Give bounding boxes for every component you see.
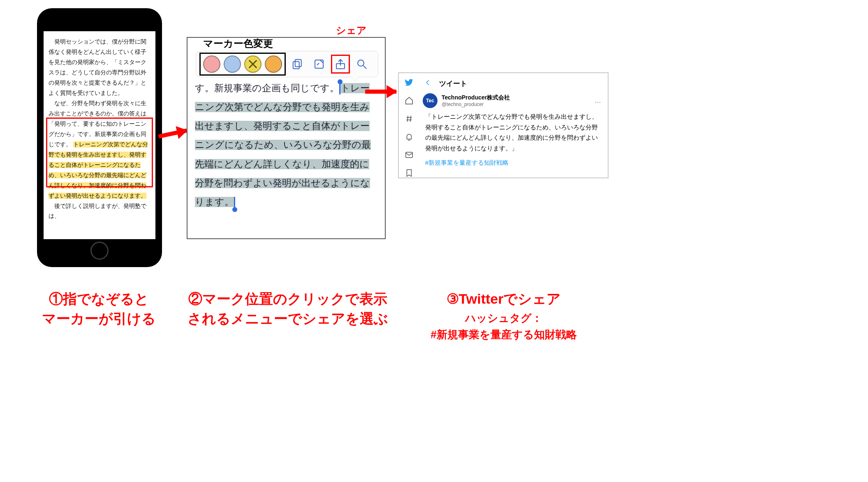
reader-pretext: す。新規事業の企画も同じです。 xyxy=(195,83,339,93)
home-button[interactable] xyxy=(90,242,109,260)
annotation-label-share: シェア xyxy=(336,24,367,37)
home-icon[interactable] xyxy=(405,96,414,105)
caption-step-1: ①指でなぞるとマーカーが引ける xyxy=(21,289,177,328)
ebook-screen[interactable]: 発明セッションでは、僕が分野に関係なく発明をどんどん出していく様子を見た他の発明… xyxy=(44,31,155,239)
ebook-paragraph-1: 発明セッションでは、僕が分野に関係なく発明をどんどん出していく様子を見た他の発明… xyxy=(49,37,150,99)
color-pink[interactable] xyxy=(203,55,220,73)
share-icon[interactable] xyxy=(331,55,350,74)
svg-rect-1 xyxy=(293,62,299,69)
caption-step-3: ③Twitterでシェア ハッシュタグ： #新規事業を量産する知財戦略 xyxy=(407,289,600,342)
reader-popup: シェア マーカー色変更 す。新規事業の企画も同じです xyxy=(187,37,386,239)
tweet-hashtag[interactable]: #新規事業を量産する知財戦略 xyxy=(423,159,602,167)
bell-icon[interactable] xyxy=(405,132,414,141)
tweet-body: 「トレーニング次第でどんな分野でも発明を生み出せますし、発明すること自体がトレー… xyxy=(423,111,602,153)
selection-handle-end[interactable] xyxy=(234,197,235,208)
reader-selection[interactable]: トレーニング次第でどんな分野でも発明を生み出せますし、発明すること自体がトレーニ… xyxy=(195,83,371,207)
twitter-nav-rail xyxy=(399,73,419,178)
search-icon[interactable] xyxy=(352,55,371,74)
callout-box-highlight xyxy=(46,118,153,187)
mail-icon[interactable] xyxy=(405,150,414,159)
tweet-display-name[interactable]: TechnoProducer株式会社 xyxy=(442,94,510,101)
svg-point-4 xyxy=(358,60,364,66)
caption-step-3-main: ③Twitterでシェア xyxy=(447,291,561,307)
more-icon[interactable]: … xyxy=(595,97,602,104)
twitter-panel: ツイート Tec TechnoProducer株式会社 @techno_prod… xyxy=(398,72,609,178)
svg-rect-2 xyxy=(315,60,323,68)
back-icon[interactable] xyxy=(424,79,432,88)
color-yellow-remove[interactable] xyxy=(244,55,262,73)
toolbar-tail xyxy=(351,76,359,81)
avatar[interactable]: Tec xyxy=(423,93,437,108)
bookmark-icon[interactable] xyxy=(405,168,414,178)
color-orange[interactable] xyxy=(265,55,282,73)
hashtag-icon[interactable] xyxy=(405,114,414,123)
reader-text-body[interactable]: す。新規事業の企画も同じです。トレーニング次第でどんな分野でも発明を生み出せます… xyxy=(195,79,377,212)
twitter-logo-icon[interactable] xyxy=(404,78,414,87)
svg-rect-5 xyxy=(405,152,412,158)
color-blue[interactable] xyxy=(224,55,241,73)
tweet-header: ツイート xyxy=(423,77,602,93)
caption-step-2: ②マーク位置のクリックで表示されるメニューでシェアを選ぶ xyxy=(185,289,391,328)
ebook-paragraph-3: 後で詳しく説明しますが、発明塾では、 xyxy=(49,201,150,222)
tweet-title: ツイート xyxy=(439,79,467,88)
tweet-handle[interactable]: @techno_producer xyxy=(442,101,510,107)
highlight-toolbar xyxy=(196,51,378,77)
color-group-callout xyxy=(199,53,286,76)
phone-frame: 発明セッションでは、僕が分野に関係なく発明をどんどん出していく様子を見た他の発明… xyxy=(37,8,162,267)
svg-rect-0 xyxy=(295,60,301,67)
annotation-label-color: マーカー色変更 xyxy=(203,37,273,50)
selection-handle-start[interactable] xyxy=(339,83,340,95)
note-icon[interactable] xyxy=(310,55,329,74)
arrow-step1-to-step2 xyxy=(158,129,186,135)
caption-step-3-sub2: #新規事業を量産する知財戦略 xyxy=(407,327,600,342)
caption-step-3-sub1: ハッシュタグ： xyxy=(407,311,600,325)
copy-icon[interactable] xyxy=(288,55,307,74)
